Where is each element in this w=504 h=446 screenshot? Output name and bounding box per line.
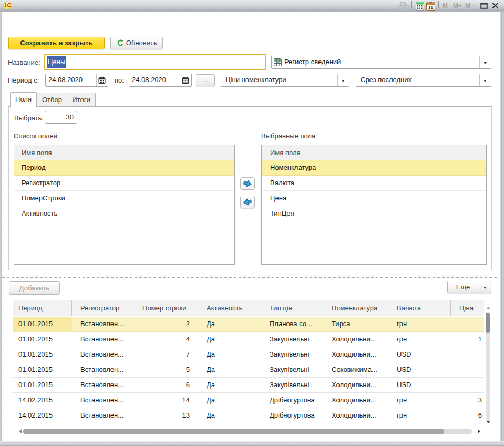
svg-text:31: 31 — [428, 5, 433, 10]
